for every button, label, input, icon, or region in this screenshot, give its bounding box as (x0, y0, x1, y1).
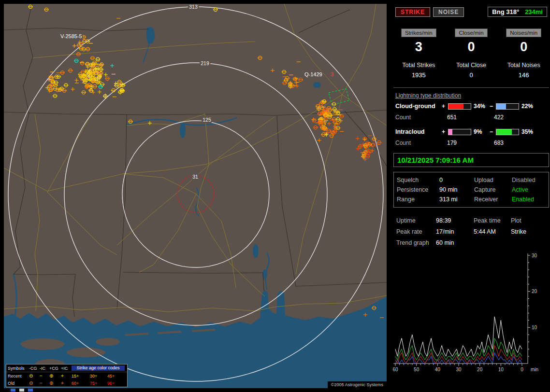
strikes-counter: Strikes/min 3 Total Strikes 1935 (392, 28, 445, 79)
lake (180, 123, 186, 138)
station-label-q1429: Q-1429 (304, 71, 322, 77)
lake (313, 82, 321, 88)
age-75: 75+ (90, 381, 107, 386)
uptime-value: 98:39 (436, 215, 474, 226)
station-label-v2585: V-2585-5 (60, 33, 82, 39)
plot-label: Plot (511, 215, 549, 226)
svg-text:20: 20 (532, 289, 537, 294)
legend-pos-cg-header: +CG (49, 366, 61, 371)
legend-recent-label: Recent (8, 374, 29, 378)
noises-counter: Noises/min 0 Total Noises 146 (497, 28, 550, 79)
uptime-label: Uptime (396, 215, 436, 226)
age-45: 45+ (107, 374, 125, 378)
cg-positive-gauge (448, 103, 471, 110)
lake (253, 244, 259, 258)
strikes-per-min-value: 3 (392, 40, 445, 55)
capture-label: Capture (474, 185, 512, 195)
svg-text:50: 50 (414, 367, 420, 372)
legend-symbols-header: Symbols (8, 366, 29, 371)
legend-neg-cg-header: -CG (29, 366, 40, 371)
close-per-min-value: 0 (445, 40, 498, 55)
count-label: Count (395, 140, 447, 146)
taskbar-artifact (28, 389, 33, 392)
peak-time-label: Peak time (474, 215, 511, 226)
upload-label: Upload (474, 175, 512, 185)
map-svg: 313 219 125 31 V-2585-5 Q-1429 3 (4, 4, 387, 388)
pos-ic-icon: + (61, 374, 72, 378)
symbol-legend: Symbols -CG -IC +CG +IC Strike age color… (6, 364, 128, 387)
svg-text:30: 30 (532, 253, 537, 258)
strike-indicator[interactable]: STRIKE (395, 7, 430, 17)
cg-negative-count: 422 (494, 114, 550, 121)
intracloud-counts: Count 179 683 (395, 140, 550, 146)
intracloud-label: Intracloud (395, 128, 442, 135)
datetime-box: 10/21/2025 7:09:16 AM (393, 153, 549, 167)
minus-sign: − (490, 103, 496, 110)
status-row: Range 313 mi Receiver Enabled (397, 195, 546, 204)
range-value: 313 mi (439, 195, 474, 204)
ic-positive-pct: 9% (471, 128, 490, 135)
cg-positive-pct: 34% (471, 103, 490, 110)
peak-rate-label: Peak rate (396, 226, 436, 238)
count-label: Count (395, 114, 447, 121)
pos-cg-icon: ⊕ (49, 381, 61, 386)
legend-neg-ic-header: -IC (40, 366, 49, 371)
receiver-label: Receiver (474, 195, 512, 204)
trend-series-total-strikes (395, 317, 522, 356)
ring-label-313: 313 (189, 4, 198, 10)
svg-text:10: 10 (498, 367, 504, 372)
peak-time-value: 5:44 AM (474, 226, 511, 238)
neg-ic-icon: − (40, 381, 49, 386)
svg-text:60: 60 (392, 367, 398, 372)
receiver-status-box: Squelch 0 Upload Disabled Persistence 90… (393, 172, 549, 208)
ic-positive-count: 179 (447, 140, 494, 146)
cloud-ground-counts: Count 651 422 (395, 114, 550, 121)
squelch-value: 0 (439, 175, 474, 185)
copyright-notice: ©2005 Astrogenic Systems (328, 381, 387, 388)
indicator-row: STRIKE NOISE Bng 318° 234mi (395, 7, 547, 17)
intracloud-row: Intracloud + 9% − 35% (395, 128, 550, 135)
close-per-min-label: Close/min (455, 28, 487, 37)
status-row: Squelch 0 Upload Disabled (397, 175, 546, 185)
cloud-ground-row: Cloud-ground + 34% − 22% (395, 103, 550, 110)
age-60: 60+ (72, 381, 90, 386)
trend-series-noises (395, 353, 522, 364)
close-counter: Close/min 0 Total Close 0 (445, 28, 498, 79)
legend-age-title: Strike age color codes (72, 365, 125, 371)
neg-cg-icon: ⊖ (29, 381, 40, 386)
cg-negative-pct: 22% (519, 103, 538, 110)
rate-counters: Strikes/min 3 Total Strikes 1935 Close/m… (392, 28, 550, 79)
lightning-map[interactable]: 313 219 125 31 V-2585-5 Q-1429 3 Symbols… (4, 4, 387, 388)
persistence-label: Persistence (397, 185, 439, 195)
distribution-title: Lightning type distribution (395, 92, 550, 99)
legend-old-label: Old (8, 381, 29, 386)
stats-grid: Uptime 98:39 Peak time Plot Peak rate 17… (396, 215, 549, 249)
squelch-label: Squelch (397, 175, 439, 185)
plus-sign: + (442, 103, 448, 110)
trend-graph-svg: 1020306050403020100min (392, 252, 550, 375)
ring-label-219: 219 (201, 60, 209, 66)
noises-per-min-label: Noises/min (506, 28, 541, 37)
trend-graph-value: 60 min (436, 238, 474, 249)
noise-indicator[interactable]: NOISE (433, 7, 464, 17)
neg-ic-icon: − (40, 374, 49, 378)
ring-label-125: 125 (203, 117, 211, 123)
svg-text:10: 10 (532, 325, 537, 330)
bearing-display: Bng 318° 234mi (488, 7, 547, 17)
section-divider (393, 87, 549, 88)
svg-text:30: 30 (456, 367, 462, 372)
station-label-q1429-suffix: 3 (331, 71, 333, 77)
cg-negative-gauge (496, 103, 519, 110)
noises-per-min-value: 0 (497, 40, 550, 55)
status-panel: STRIKE NOISE Bng 318° 234mi Strikes/min … (392, 0, 550, 392)
pos-cg-icon: ⊕ (49, 374, 61, 378)
trend-series-cloud-ground (395, 346, 522, 364)
trend-graph: 1020306050403020100min (392, 252, 550, 377)
svg-text:0: 0 (521, 367, 523, 372)
cg-positive-count: 651 (447, 114, 494, 121)
peak-rate-value: 17/min (436, 226, 474, 238)
total-strikes-label: Total Strikes (392, 62, 445, 69)
total-noises-value: 146 (497, 71, 550, 79)
total-close-label: Total Close (445, 62, 498, 69)
plus-sign: + (442, 128, 448, 135)
